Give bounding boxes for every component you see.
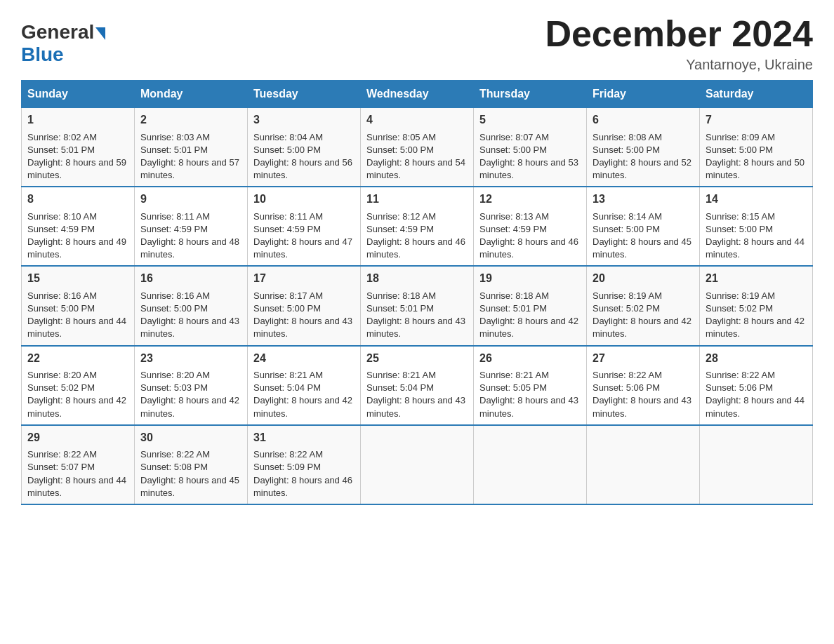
cell-daylight: Daylight: 8 hours and 43 minutes. bbox=[593, 395, 691, 418]
header-friday: Friday bbox=[587, 81, 700, 108]
cell-daylight: Daylight: 8 hours and 45 minutes. bbox=[140, 475, 239, 498]
calendar-table: SundayMondayTuesdayWednesdayThursdayFrid… bbox=[21, 80, 813, 505]
cell-sunrise: Sunrise: 8:16 AM bbox=[140, 290, 210, 301]
cell-daylight: Daylight: 8 hours and 48 minutes. bbox=[140, 236, 239, 260]
cell-sunset: Sunset: 4:59 PM bbox=[27, 224, 95, 234]
calendar-cell: 14Sunrise: 8:15 AMSunset: 5:00 PMDayligh… bbox=[700, 187, 813, 266]
calendar-cell: 4Sunrise: 8:05 AMSunset: 5:00 PMDaylight… bbox=[361, 108, 474, 187]
cell-daylight: Daylight: 8 hours and 59 minutes. bbox=[27, 157, 126, 180]
location-text: Yantarnoye, Ukraine bbox=[545, 57, 813, 73]
day-number: 10 bbox=[253, 192, 355, 207]
cell-sunset: Sunset: 5:09 PM bbox=[253, 462, 321, 472]
cell-sunrise: Sunrise: 8:13 AM bbox=[479, 211, 549, 222]
header-wednesday: Wednesday bbox=[361, 81, 474, 108]
day-number: 7 bbox=[706, 112, 807, 128]
cell-sunset: Sunset: 5:04 PM bbox=[366, 382, 434, 393]
cell-daylight: Daylight: 8 hours and 43 minutes. bbox=[253, 316, 352, 339]
calendar-cell: 6Sunrise: 8:08 AMSunset: 5:00 PMDaylight… bbox=[587, 108, 700, 187]
cell-daylight: Daylight: 8 hours and 42 minutes. bbox=[706, 316, 805, 339]
cell-daylight: Daylight: 8 hours and 46 minutes. bbox=[253, 475, 352, 498]
calendar-week-1: 1Sunrise: 8:02 AMSunset: 5:01 PMDaylight… bbox=[22, 108, 813, 187]
day-number: 24 bbox=[253, 351, 355, 366]
cell-daylight: Daylight: 8 hours and 46 minutes. bbox=[479, 236, 578, 260]
cell-sunset: Sunset: 4:59 PM bbox=[366, 224, 434, 234]
day-number: 8 bbox=[27, 192, 128, 207]
cell-sunrise: Sunrise: 8:18 AM bbox=[479, 290, 549, 301]
day-number: 12 bbox=[479, 192, 581, 207]
cell-sunrise: Sunrise: 8:15 AM bbox=[706, 211, 775, 222]
calendar-cell: 9Sunrise: 8:11 AMSunset: 4:59 PMDaylight… bbox=[135, 187, 248, 266]
day-number: 19 bbox=[479, 271, 581, 286]
cell-sunset: Sunset: 5:06 PM bbox=[706, 382, 773, 393]
logo-general-text: General bbox=[21, 21, 94, 43]
calendar-cell: 15Sunrise: 8:16 AMSunset: 5:00 PMDayligh… bbox=[22, 266, 135, 345]
cell-sunrise: Sunrise: 8:21 AM bbox=[253, 370, 323, 380]
cell-daylight: Daylight: 8 hours and 42 minutes. bbox=[253, 395, 352, 418]
calendar-week-4: 22Sunrise: 8:20 AMSunset: 5:02 PMDayligh… bbox=[22, 346, 813, 425]
cell-sunrise: Sunrise: 8:12 AM bbox=[366, 211, 436, 222]
cell-sunset: Sunset: 5:01 PM bbox=[27, 145, 95, 155]
cell-daylight: Daylight: 8 hours and 47 minutes. bbox=[253, 236, 352, 260]
header-thursday: Thursday bbox=[474, 81, 587, 108]
calendar-cell: 17Sunrise: 8:17 AMSunset: 5:00 PMDayligh… bbox=[248, 266, 361, 345]
cell-daylight: Daylight: 8 hours and 52 minutes. bbox=[593, 157, 691, 180]
cell-daylight: Daylight: 8 hours and 44 minutes. bbox=[706, 395, 805, 418]
cell-sunrise: Sunrise: 8:11 AM bbox=[253, 211, 323, 222]
header-saturday: Saturday bbox=[700, 81, 813, 108]
cell-sunrise: Sunrise: 8:05 AM bbox=[366, 132, 436, 142]
day-number: 26 bbox=[479, 351, 581, 366]
cell-daylight: Daylight: 8 hours and 57 minutes. bbox=[140, 157, 239, 180]
cell-daylight: Daylight: 8 hours and 43 minutes. bbox=[366, 316, 465, 339]
cell-daylight: Daylight: 8 hours and 56 minutes. bbox=[253, 157, 352, 180]
cell-daylight: Daylight: 8 hours and 44 minutes. bbox=[706, 236, 805, 260]
cell-sunrise: Sunrise: 8:11 AM bbox=[140, 211, 210, 222]
cell-sunset: Sunset: 5:03 PM bbox=[140, 382, 208, 393]
cell-sunrise: Sunrise: 8:22 AM bbox=[27, 449, 97, 459]
cell-sunset: Sunset: 5:00 PM bbox=[366, 145, 434, 155]
cell-sunset: Sunset: 5:01 PM bbox=[366, 303, 434, 314]
calendar-cell bbox=[587, 425, 700, 504]
cell-sunset: Sunset: 5:05 PM bbox=[479, 382, 547, 393]
cell-sunrise: Sunrise: 8:22 AM bbox=[706, 370, 775, 380]
cell-sunrise: Sunrise: 8:22 AM bbox=[593, 370, 662, 380]
calendar-cell: 16Sunrise: 8:16 AMSunset: 5:00 PMDayligh… bbox=[135, 266, 248, 345]
calendar-cell: 2Sunrise: 8:03 AMSunset: 5:01 PMDaylight… bbox=[135, 108, 248, 187]
cell-sunrise: Sunrise: 8:02 AM bbox=[27, 132, 97, 142]
cell-sunset: Sunset: 5:07 PM bbox=[27, 462, 95, 472]
cell-daylight: Daylight: 8 hours and 43 minutes. bbox=[366, 395, 465, 418]
cell-daylight: Daylight: 8 hours and 44 minutes. bbox=[27, 475, 126, 498]
day-number: 1 bbox=[27, 112, 128, 128]
cell-sunrise: Sunrise: 8:19 AM bbox=[593, 290, 662, 301]
cell-daylight: Daylight: 8 hours and 43 minutes. bbox=[479, 395, 578, 418]
day-number: 17 bbox=[253, 271, 355, 286]
day-number: 2 bbox=[140, 112, 241, 128]
calendar-week-2: 8Sunrise: 8:10 AMSunset: 4:59 PMDaylight… bbox=[22, 187, 813, 266]
day-number: 31 bbox=[253, 430, 355, 445]
cell-sunrise: Sunrise: 8:22 AM bbox=[140, 449, 210, 459]
page-header: General Blue December 2024 Yantarnoye, U… bbox=[21, 14, 813, 73]
cell-daylight: Daylight: 8 hours and 42 minutes. bbox=[593, 316, 691, 339]
day-number: 23 bbox=[140, 351, 241, 366]
cell-daylight: Daylight: 8 hours and 45 minutes. bbox=[593, 236, 691, 260]
day-number: 27 bbox=[593, 351, 694, 366]
calendar-cell: 20Sunrise: 8:19 AMSunset: 5:02 PMDayligh… bbox=[587, 266, 700, 345]
cell-sunrise: Sunrise: 8:22 AM bbox=[253, 449, 323, 459]
day-number: 9 bbox=[140, 192, 241, 207]
cell-sunrise: Sunrise: 8:09 AM bbox=[706, 132, 775, 142]
cell-sunset: Sunset: 5:00 PM bbox=[706, 224, 773, 234]
calendar-header-row: SundayMondayTuesdayWednesdayThursdayFrid… bbox=[22, 81, 813, 108]
calendar-cell: 31Sunrise: 8:22 AMSunset: 5:09 PMDayligh… bbox=[248, 425, 361, 504]
calendar-cell: 13Sunrise: 8:14 AMSunset: 5:00 PMDayligh… bbox=[587, 187, 700, 266]
cell-sunset: Sunset: 5:04 PM bbox=[253, 382, 321, 393]
cell-sunrise: Sunrise: 8:04 AM bbox=[253, 132, 323, 142]
calendar-cell: 27Sunrise: 8:22 AMSunset: 5:06 PMDayligh… bbox=[587, 346, 700, 425]
day-number: 11 bbox=[366, 192, 468, 207]
day-number: 21 bbox=[706, 271, 807, 286]
cell-daylight: Daylight: 8 hours and 42 minutes. bbox=[27, 395, 126, 418]
day-number: 20 bbox=[593, 271, 694, 286]
calendar-cell: 1Sunrise: 8:02 AMSunset: 5:01 PMDaylight… bbox=[22, 108, 135, 187]
cell-sunrise: Sunrise: 8:14 AM bbox=[593, 211, 662, 222]
day-number: 28 bbox=[706, 351, 807, 366]
title-section: December 2024 Yantarnoye, Ukraine bbox=[545, 14, 813, 73]
calendar-cell bbox=[361, 425, 474, 504]
